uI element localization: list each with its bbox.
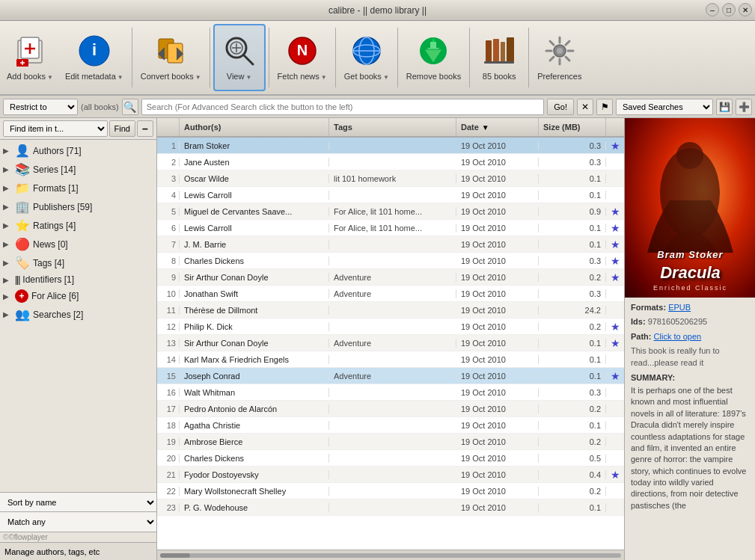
col-date-header[interactable]: Date ▼ xyxy=(456,118,539,136)
row-tags: Adventure xyxy=(329,372,456,381)
left-panel: Find item in t... Find – ▶ 👤 Authors [71… xyxy=(0,118,157,560)
svg-line-35 xyxy=(566,41,569,45)
sort-dropdown[interactable]: Sort by name xyxy=(0,493,156,512)
row-date: 19 Oct 2010 xyxy=(456,256,539,265)
85-books-button[interactable]: 85 books xyxy=(473,24,525,91)
table-row[interactable]: 1 Bram Stoker 19 Oct 2010 0.3 ★ xyxy=(157,138,624,154)
table-row[interactable]: 5 Miguel de Cervantes Saave... For Alice… xyxy=(157,203,624,220)
row-flag: ★ xyxy=(606,469,624,481)
match-dropdown[interactable]: Match any xyxy=(0,512,156,532)
table-row[interactable]: 18 Agatha Christie 19 Oct 2010 0.1 xyxy=(157,417,624,434)
formats-value-link[interactable]: EPUB xyxy=(668,303,691,312)
row-date: 19 Oct 2010 xyxy=(456,404,539,413)
view-button[interactable]: View ▼ xyxy=(213,24,266,91)
fetch-news-arrow[interactable]: ▼ xyxy=(321,74,327,81)
row-tags: For Alice, lit 101 home... xyxy=(329,224,456,233)
click-to-open-link[interactable]: Click to open xyxy=(654,332,702,341)
table-row[interactable]: 17 Pedro Antonio de Alarcón 19 Oct 2010 … xyxy=(157,401,624,417)
row-size: 0.1 xyxy=(539,503,606,512)
table-row[interactable]: 6 Lewis Carroll For Alice, lit 101 home.… xyxy=(157,220,624,236)
minimize-button[interactable]: – xyxy=(706,3,719,16)
85-books-icon xyxy=(481,33,517,69)
go-button[interactable]: Go! xyxy=(547,99,574,115)
remove-books-button[interactable]: Remove books xyxy=(401,24,466,91)
book-info: Formats: EPUB Ids: 9781605206295 Path: C… xyxy=(625,298,755,560)
manage-button[interactable]: Manage authors, tags, etc xyxy=(0,542,156,560)
convert-books-arrow[interactable]: ▼ xyxy=(195,74,201,81)
scrollbar-area[interactable] xyxy=(157,550,624,560)
fetch-news-button[interactable]: N Fetch news ▼ xyxy=(272,24,332,91)
table-row[interactable]: 15 Joseph Conrad Adventure 19 Oct 2010 0… xyxy=(157,368,624,384)
maximize-button[interactable]: □ xyxy=(722,3,736,16)
tree-item-series[interactable]: ▶ 📚 Series [14] xyxy=(0,160,156,179)
row-num: 22 xyxy=(157,487,180,496)
table-row[interactable]: 12 Philip K. Dick 19 Oct 2010 0.2 ★ xyxy=(157,319,624,335)
tree-item-ratings[interactable]: ▶ ⭐ Ratings [4] xyxy=(0,216,156,235)
saved-searches-dropdown[interactable]: Saved Searches xyxy=(616,99,713,115)
tree-item-for-alice[interactable]: ▶ + For Alice [6] xyxy=(0,287,156,305)
get-books-arrow[interactable]: ▼ xyxy=(383,74,389,81)
table-row[interactable]: 2 Jane Austen 19 Oct 2010 0.3 xyxy=(157,154,624,170)
table-row[interactable]: 10 Jonathan Swift Adventure 19 Oct 2010 … xyxy=(157,286,624,302)
table-row[interactable]: 8 Charles Dickens 19 Oct 2010 0.3 ★ xyxy=(157,253,624,269)
tags-icon: 🏷️ xyxy=(15,256,30,270)
save-search-button[interactable]: 💾 xyxy=(716,99,733,115)
tree-item-searches[interactable]: ▶ 👥 Searches [2] xyxy=(0,305,156,324)
table-row[interactable]: 20 Charles Dickens 19 Oct 2010 0.5 xyxy=(157,450,624,467)
ratings-icon: ⭐ xyxy=(15,218,30,233)
table-row[interactable]: 21 Fyodor Dostoyevsky 19 Oct 2010 0.4 ★ xyxy=(157,467,624,483)
find-minus-button[interactable]: – xyxy=(137,120,153,137)
preferences-button[interactable]: Preferences xyxy=(532,24,587,91)
row-size: 0.3 xyxy=(539,256,606,265)
table-row[interactable]: 14 Karl Marx & Friedrich Engels 19 Oct 2… xyxy=(157,351,624,368)
add-books-button[interactable]: Add books ▼ xyxy=(1,24,58,91)
ids-label: Ids: xyxy=(631,317,646,326)
row-num: 11 xyxy=(157,306,180,315)
row-size: 0.3 xyxy=(539,388,606,397)
tree-item-tags[interactable]: ▶ 🏷️ Tags [4] xyxy=(0,253,156,272)
get-books-button[interactable]: Get books ▼ xyxy=(339,24,394,91)
find-dropdown[interactable]: Find item in t... xyxy=(3,120,108,137)
clear-search-button[interactable]: ✕ xyxy=(577,99,593,115)
row-author: P. G. Wodehouse xyxy=(180,503,329,512)
col-flag-header xyxy=(606,118,624,136)
table-row[interactable]: 19 Ambrose Bierce 19 Oct 2010 0.2 xyxy=(157,434,624,450)
tree-item-formats[interactable]: ▶ 📁 Formats [1] xyxy=(0,179,156,197)
col-author-header[interactable]: Author(s) xyxy=(180,118,329,136)
table-row[interactable]: 3 Oscar Wilde lit 101 homework 19 Oct 20… xyxy=(157,170,624,187)
table-row[interactable]: 13 Sir Arthur Conan Doyle Adventure 19 O… xyxy=(157,335,624,351)
table-row[interactable]: 23 P. G. Wodehouse 19 Oct 2010 0.1 xyxy=(157,499,624,516)
add-search-button[interactable]: ➕ xyxy=(736,99,752,115)
for-alice-icon: + xyxy=(15,289,28,303)
tree-item-news[interactable]: ▶ 🔴 News [0] xyxy=(0,235,156,253)
close-button[interactable]: ✕ xyxy=(739,3,752,16)
authors-expand-icon: ▶ xyxy=(3,147,12,155)
advanced-search-button[interactable]: 🔍 xyxy=(122,99,138,115)
search-options-button[interactable]: ⚑ xyxy=(596,99,613,115)
85-books-label: 85 books xyxy=(483,72,516,81)
table-row[interactable]: 9 Sir Arthur Conan Doyle Adventure 19 Oc… xyxy=(157,269,624,286)
table-row[interactable]: 11 Thérèse de Dillmont 19 Oct 2010 24.2 xyxy=(157,302,624,319)
row-num: 9 xyxy=(157,273,180,282)
view-arrow[interactable]: ▼ xyxy=(245,74,251,81)
table-row[interactable]: 16 Walt Whitman 19 Oct 2010 0.3 xyxy=(157,384,624,401)
find-button[interactable]: Find xyxy=(109,120,135,137)
col-size-header[interactable]: Size (MB) xyxy=(539,118,606,136)
search-input[interactable] xyxy=(141,99,545,115)
table-row[interactable]: 4 Lewis Carroll 19 Oct 2010 0.1 xyxy=(157,187,624,203)
table-row[interactable]: 22 Mary Wollstonecraft Shelley 19 Oct 20… xyxy=(157,483,624,499)
col-tags-header[interactable]: Tags xyxy=(329,118,456,136)
convert-books-button[interactable]: Convert books ▼ xyxy=(135,24,207,91)
tree-item-publishers[interactable]: ▶ 🏢 Publishers [59] xyxy=(0,197,156,216)
tree-item-identifiers[interactable]: ▶ ||| Identifiers [1] xyxy=(0,272,156,287)
edit-metadata-arrow[interactable]: ▼ xyxy=(117,74,123,81)
news-label: News [0] xyxy=(33,239,68,250)
table-row[interactable]: 7 J. M. Barrie 19 Oct 2010 0.1 ★ xyxy=(157,236,624,253)
edit-metadata-button[interactable]: i Edit metadata ▼ xyxy=(60,24,129,91)
restrict-dropdown[interactable]: Restrict to xyxy=(3,99,78,115)
tree-item-authors[interactable]: ▶ 👤 Authors [71] xyxy=(0,141,156,160)
row-date: 19 Oct 2010 xyxy=(456,421,539,430)
add-books-label: Add books xyxy=(7,72,46,81)
row-flag: ★ xyxy=(606,222,624,234)
add-books-arrow[interactable]: ▼ xyxy=(47,74,53,81)
